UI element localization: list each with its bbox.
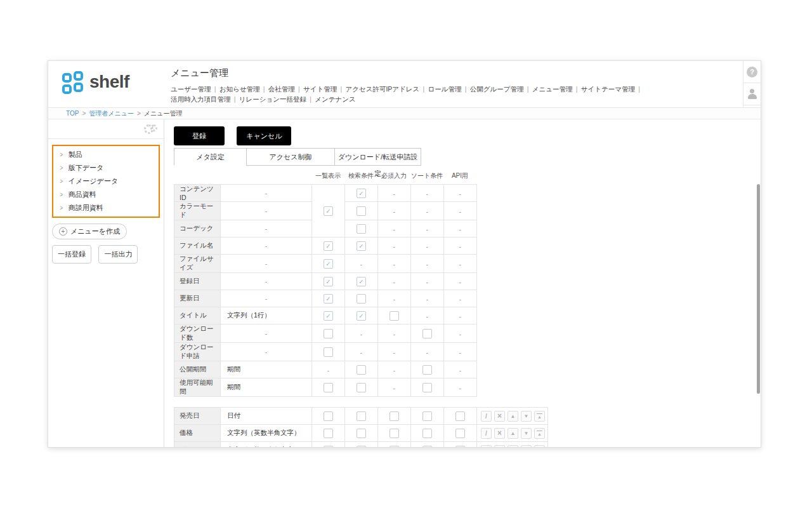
checkbox-search-condition[interactable] xyxy=(345,307,378,324)
nav-link-site-theme-mgmt[interactable]: サイトテーマ管理 xyxy=(581,85,643,93)
checkbox-api-use[interactable] xyxy=(444,408,477,425)
tab-download-transfer-settings[interactable]: ダウンロード/転送申請設定 xyxy=(334,148,421,166)
help-button[interactable]: ? xyxy=(743,61,761,83)
nav-link-public-group-mgmt[interactable]: 公開グループ管理 xyxy=(470,85,532,93)
move-down-icon[interactable] xyxy=(521,428,532,439)
checkbox-list-display[interactable] xyxy=(312,442,345,448)
checkbox-list-display[interactable] xyxy=(312,255,345,273)
sidebar-item-label: 版下データ xyxy=(69,163,104,173)
delete-icon[interactable] xyxy=(494,445,505,448)
checkbox-list-display[interactable] xyxy=(312,273,345,290)
cell-sort-condition xyxy=(411,273,444,290)
checkbox-search-condition[interactable] xyxy=(345,237,378,255)
field-type: 文字列（1行） xyxy=(221,307,312,324)
checkbox-list-display[interactable] xyxy=(312,324,345,343)
checkbox-sort-condition[interactable] xyxy=(411,442,444,448)
checkbox-list-display[interactable] xyxy=(312,425,345,442)
checkbox-sort-condition[interactable] xyxy=(411,425,444,442)
cell-search-condition xyxy=(345,324,378,343)
row-actions xyxy=(477,408,548,425)
checkbox-search-condition[interactable] xyxy=(345,425,378,442)
user-account-button[interactable] xyxy=(743,83,761,105)
checkbox-list-display[interactable] xyxy=(312,237,345,255)
bulk-export-button[interactable]: 一括出力 xyxy=(98,245,138,264)
checkbox-list-display[interactable] xyxy=(312,307,345,324)
nav-link-relation-bulk[interactable]: リレーション一括登録 xyxy=(239,95,315,103)
logo-square xyxy=(62,73,72,83)
checkbox-search-condition[interactable] xyxy=(345,185,378,202)
nav-link-user-mgmt[interactable]: ユーザー管理 xyxy=(171,85,219,93)
delete-icon[interactable] xyxy=(494,428,505,439)
nav-link-role-mgmt[interactable]: ロール管理 xyxy=(428,85,470,93)
move-to-top-icon[interactable] xyxy=(534,428,545,439)
move-up-icon[interactable] xyxy=(508,428,518,439)
tab-meta-settings[interactable]: メタ設定 xyxy=(174,148,247,166)
checkbox-sort-condition[interactable] xyxy=(411,408,444,425)
checkbox-required-input[interactable] xyxy=(378,425,411,442)
cell-api-use xyxy=(444,202,477,220)
move-to-top-icon[interactable] xyxy=(534,411,545,422)
delete-icon[interactable] xyxy=(494,411,505,422)
table-row: コンテンツID - xyxy=(174,185,477,202)
move-down-icon[interactable] xyxy=(521,445,532,448)
checkbox-list-display[interactable] xyxy=(312,378,345,397)
sidebar-item-image-data[interactable]: >イメージデータ xyxy=(53,175,159,188)
nav-link-menu-mgmt[interactable]: メニュー管理 xyxy=(532,85,581,93)
checkbox-search-condition[interactable] xyxy=(345,273,378,290)
checkbox-api-use[interactable] xyxy=(444,442,477,448)
move-up-icon[interactable] xyxy=(508,411,518,422)
checkbox-required-input[interactable] xyxy=(378,408,411,425)
checkbox-search-condition[interactable] xyxy=(345,442,378,448)
checkbox-list-display[interactable] xyxy=(312,290,345,307)
checkbox-search-condition[interactable] xyxy=(345,290,378,307)
sidebar-item-artwork-data[interactable]: >版下データ xyxy=(53,161,159,175)
breadcrumb-link-admin-menu[interactable]: 管理者メニュー xyxy=(89,109,134,118)
field-label: ファイルサイズ xyxy=(174,255,221,273)
checkbox-required-input[interactable] xyxy=(378,307,411,324)
sidebar-item-product-docs[interactable]: >商品資料 xyxy=(53,188,159,201)
nav-link-maintenance[interactable]: メンテナンス xyxy=(315,95,355,103)
edit-icon[interactable] xyxy=(481,445,492,448)
checkbox-search-condition[interactable] xyxy=(345,378,378,397)
edit-icon[interactable] xyxy=(481,428,492,439)
cell-required-input xyxy=(378,255,411,273)
checkbox-search-condition[interactable] xyxy=(345,202,378,220)
checkbox-search-condition[interactable] xyxy=(345,220,378,237)
edit-icon[interactable] xyxy=(481,411,492,422)
admin-nav-line1: ユーザー管理お知らせ管理会社管理サイト管理アクセス許可IPアドレスロール管理公開… xyxy=(171,84,643,94)
checkbox-sort-condition[interactable] xyxy=(411,361,444,378)
field-label: 使用可能期間 xyxy=(174,378,221,397)
move-down-icon[interactable] xyxy=(521,411,532,422)
bulk-register-button[interactable]: 一括登録 xyxy=(52,245,91,264)
nav-link-ip-allow[interactable]: アクセス許可IPアドレス xyxy=(345,85,428,93)
checkbox-list-display[interactable] xyxy=(312,408,345,425)
checkbox-sort-condition[interactable] xyxy=(411,378,444,397)
move-up-icon[interactable] xyxy=(508,445,518,448)
sidebar-item-sales-docs[interactable]: >商談用資料 xyxy=(53,201,159,215)
tab-access-control[interactable]: アクセス制御 xyxy=(246,148,335,166)
field-label: 発売日 xyxy=(174,408,221,425)
checkbox-required-input[interactable] xyxy=(378,442,411,448)
settings-gear-icon[interactable] xyxy=(144,124,157,137)
cancel-button[interactable]: キャンセル xyxy=(237,126,291,145)
nav-link-input-item-mgmt[interactable]: 活用時入力項目管理 xyxy=(171,95,239,103)
vertical-scrollbar[interactable] xyxy=(757,184,760,394)
nav-link-site-mgmt[interactable]: サイト管理 xyxy=(303,85,345,93)
nav-link-company-mgmt[interactable]: 会社管理 xyxy=(268,85,303,93)
checkbox-list-display[interactable] xyxy=(312,185,345,237)
checkbox-api-use[interactable] xyxy=(444,425,477,442)
create-menu-button[interactable]: + メニューを作成 xyxy=(52,224,127,239)
logo[interactable]: shelf xyxy=(62,71,129,92)
checkbox-list-display[interactable] xyxy=(312,343,345,361)
table-row: グラム 文字列（英数半角文字） xyxy=(174,442,548,448)
title-block: メニュー管理 ユーザー管理お知らせ管理会社管理サイト管理アクセス許可IPアドレス… xyxy=(171,67,643,104)
checkbox-search-condition[interactable] xyxy=(345,408,378,425)
move-to-top-icon[interactable] xyxy=(534,445,545,448)
breadcrumb-link-top[interactable]: TOP xyxy=(66,110,79,117)
sidebar-item-product[interactable]: >製品 xyxy=(53,148,159,161)
register-button[interactable]: 登録 xyxy=(174,126,225,145)
checkbox-search-condition[interactable] xyxy=(345,361,378,378)
meta-settings-table: コンテンツID - カラーモード - コーデック xyxy=(174,184,477,397)
checkbox-sort-condition[interactable] xyxy=(411,324,444,343)
nav-link-notice-mgmt[interactable]: お知らせ管理 xyxy=(219,85,268,93)
